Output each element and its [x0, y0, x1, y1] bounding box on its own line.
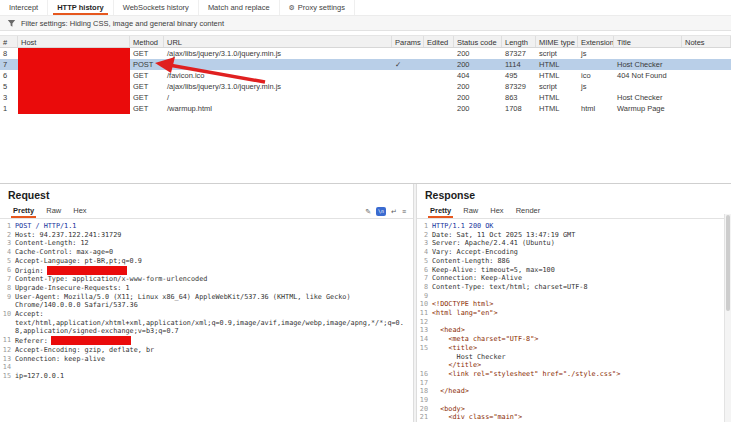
soft-wrap-icon[interactable]: ↵	[391, 208, 397, 215]
cell-host	[18, 81, 130, 92]
response-panel-title: Response	[417, 184, 731, 204]
request-panel: Request PrettyRawHex ✎\n↵≡ 1POST / HTTP/…	[0, 184, 413, 422]
proxy-tab-http-history[interactable]: HTTP history	[48, 0, 114, 15]
request-line-text: Connection: keep-alive	[15, 355, 413, 364]
filter-funnel-icon	[7, 19, 16, 28]
response-code-line: 3Server: Apache/2.4.41 (Ubuntu)	[417, 239, 731, 248]
column-header-status-code[interactable]: Status code	[454, 36, 502, 47]
cell-params	[392, 92, 424, 103]
proxy-tab-websockets-history[interactable]: WebSockets history	[114, 0, 199, 15]
message-editor-split: Request PrettyRawHex ✎\n↵≡ 1POST / HTTP/…	[0, 184, 731, 422]
cell-number: 8	[0, 48, 18, 59]
request-tab-hex[interactable]: Hex	[67, 204, 92, 218]
response-code-line: 1HTTP/1.1 200 OK	[417, 222, 731, 231]
proxy-tab-proxy-settings[interactable]: ⚙Proxy settings	[280, 0, 355, 15]
proxy-tab-intercept[interactable]: Intercept	[0, 0, 48, 15]
response-line-number: 5	[417, 257, 432, 266]
response-code-line: 19	[417, 396, 731, 405]
request-code-line: 1POST / HTTP/1.1	[0, 222, 413, 231]
cell-status-code: 200	[454, 103, 502, 114]
history-row-7[interactable]: 7POST/✓2001114HTMLHost Checker	[0, 59, 731, 70]
request-line-text	[15, 363, 413, 372]
response-line-number: 18	[417, 387, 432, 396]
response-tab-render[interactable]: Render	[510, 204, 547, 218]
column-header-mime-type[interactable]: MIME type	[536, 36, 578, 47]
cell-title: Host Checker	[614, 59, 682, 70]
cell-length: 1708	[502, 103, 536, 114]
response-scrollbar[interactable]	[724, 214, 731, 422]
cell-edited	[424, 81, 454, 92]
column-header-extension[interactable]: Extension	[578, 36, 614, 47]
column-header-col[interactable]: #	[0, 36, 18, 47]
request-code-area[interactable]: 1POST / HTTP/1.12Host: 94.237.122.241:31…	[0, 219, 413, 381]
request-tab-raw[interactable]: Raw	[40, 204, 67, 218]
response-line-text: </head>	[432, 387, 731, 396]
host-redaction-overlay	[18, 81, 130, 92]
cell-host	[18, 92, 130, 103]
cell-extension: ico	[578, 70, 614, 81]
response-line-text: Date: Sat, 11 Oct 2025 13:47:19 GMT	[432, 231, 731, 240]
request-tab-label: Raw	[46, 206, 61, 215]
cell-host	[18, 103, 130, 114]
history-row-8[interactable]: 8GET/ajax/libs/jquery/3.1.0/jquery.min.j…	[0, 48, 731, 59]
cell-title: 404 Not Found	[614, 70, 682, 81]
response-scrollbar-thumb[interactable]	[726, 215, 730, 311]
history-table-header-row: #HostMethodURLParamsEditedStatus codeLen…	[0, 35, 731, 48]
cell-notes	[682, 70, 731, 81]
response-code-line: Host Checker	[417, 353, 731, 362]
history-row-1[interactable]: 1GET/warmup.html2001708HTMLhtmlWarmup Pa…	[0, 103, 731, 114]
response-line-number: 15	[417, 344, 432, 353]
cell-length: 863	[502, 92, 536, 103]
column-header-params[interactable]: Params	[392, 36, 424, 47]
cell-title: Warmup Page	[614, 103, 682, 114]
response-tab-hex[interactable]: Hex	[484, 204, 509, 218]
host-redaction-overlay	[18, 70, 130, 81]
cell-mime-type: HTML	[536, 92, 578, 103]
request-line-number: 5	[0, 257, 15, 266]
response-code-line: 2Date: Sat, 11 Oct 2025 13:47:19 GMT	[417, 231, 731, 240]
cell-length: 1114	[502, 59, 536, 70]
column-header-length[interactable]: Length	[502, 36, 536, 47]
nonprintable-toggle-icon[interactable]: \n	[376, 207, 386, 216]
editor-menu-icon[interactable]: ≡	[402, 208, 406, 215]
response-code-line: 11<html lang="en">	[417, 309, 731, 318]
request-line-number: 3	[0, 239, 15, 248]
cell-notes	[682, 81, 731, 92]
cell-method: GET	[130, 70, 164, 81]
proxy-tab-match-and-replace[interactable]: Match and replace	[199, 0, 280, 15]
cell-status-code: 200	[454, 48, 502, 59]
request-tab-pretty[interactable]: Pretty	[7, 204, 40, 218]
column-header-edited[interactable]: Edited	[424, 36, 454, 47]
response-code-area[interactable]: 1HTTP/1.1 200 OK2Date: Sat, 11 Oct 2025 …	[417, 219, 731, 422]
request-code-line: 6Origin:	[0, 266, 413, 276]
response-tab-pretty[interactable]: Pretty	[424, 204, 457, 218]
cell-mime-type: HTML	[536, 103, 578, 114]
filter-bar[interactable]: Filter settings: Hiding CSS, image and g…	[0, 16, 731, 31]
history-row-5[interactable]: 5GET/ajax/libs/jquery/3.1.0/jquery.min.j…	[0, 81, 731, 92]
cell-method: GET	[130, 81, 164, 92]
request-code-line: 5Accept-Language: pt-BR,pt;q=0.9	[0, 257, 413, 266]
history-row-3[interactable]: 3GET/200863HTMLHost Checker	[0, 92, 731, 103]
request-line-text: Accept-Language: pt-BR,pt;q=0.9	[15, 257, 413, 266]
column-header-method[interactable]: Method	[130, 36, 164, 47]
request-line-number: 12	[0, 346, 15, 355]
cell-length: 87327	[502, 48, 536, 59]
redaction-box	[47, 266, 127, 275]
column-header-host[interactable]: Host	[18, 36, 130, 47]
column-header-title[interactable]: Title	[614, 36, 682, 47]
cell-host	[18, 59, 130, 70]
response-tab-label: Pretty	[430, 206, 451, 215]
readonly-pencil-icon[interactable]: ✎	[365, 208, 371, 215]
column-header-notes[interactable]: Notes	[682, 36, 731, 47]
cell-edited	[424, 48, 454, 59]
response-tab-raw[interactable]: Raw	[457, 204, 484, 218]
cell-extension: html	[578, 103, 614, 114]
proxy-tab-label: Intercept	[9, 3, 38, 12]
response-tab-label: Hex	[490, 206, 503, 215]
column-header-url[interactable]: URL	[164, 36, 392, 47]
response-line-number: 8	[417, 283, 432, 292]
request-line-number: 11	[0, 336, 15, 346]
response-line-text: Content-Type: text/html; charset=UTF-8	[432, 283, 731, 292]
history-row-6[interactable]: 6GET/favicon.ico404495HTMLico404 Not Fou…	[0, 70, 731, 81]
cell-host	[18, 48, 130, 59]
